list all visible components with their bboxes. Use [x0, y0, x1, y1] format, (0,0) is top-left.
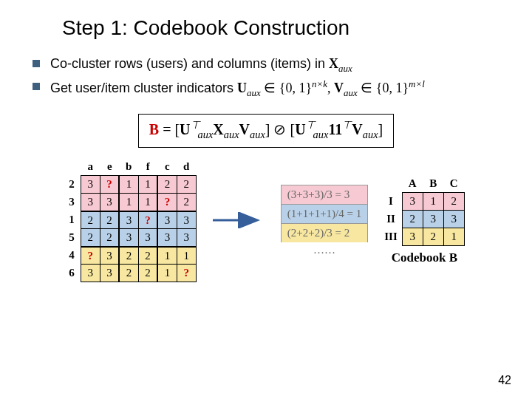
left-row-h: 5: [67, 229, 81, 247]
b2-ml: m×l: [409, 78, 425, 89]
left-cell: 2: [81, 211, 100, 229]
codebook-label: Codebook B: [384, 250, 465, 265]
left-row-h: 3: [67, 194, 81, 211]
b2-comma: ,: [327, 81, 334, 95]
bullet-2: Get user/item cluster indicators Uaux ∈ …: [33, 78, 513, 99]
right-cell: 2: [402, 211, 423, 228]
right-cell: 3: [443, 211, 464, 228]
left-cell: 3: [177, 211, 196, 229]
formula-U1aux: aux: [198, 129, 214, 140]
avg-row-3: (2+2+2)/3 = 2: [281, 223, 369, 242]
left-cell: 3: [100, 194, 119, 211]
arrow-right-icon: [213, 212, 265, 228]
left-cell: 2: [100, 229, 119, 247]
left-cell: ?: [157, 194, 177, 211]
left-col-h: a: [81, 158, 100, 176]
left-cell: ?: [81, 247, 100, 265]
right-cell: 3: [402, 193, 423, 211]
right-row-h: II: [384, 211, 402, 228]
left-cell: 1: [138, 194, 157, 211]
left-matrix: aebfcd23?112233311?21223?3352233334?3221…: [67, 158, 197, 283]
left-cell: 2: [138, 265, 157, 282]
left-cell: 3: [177, 229, 196, 247]
left-row-h: 6: [67, 265, 81, 282]
left-cell: 2: [177, 194, 196, 211]
square-bullet-icon: [33, 60, 40, 67]
left-cell: 2: [177, 176, 196, 194]
page-number: 42: [498, 374, 511, 387]
left-cell: 3: [138, 229, 157, 247]
right-cell: 3: [423, 211, 443, 228]
formula-V2aux: aux: [363, 129, 378, 140]
b2-U: U: [237, 81, 247, 95]
formula-B: B: [149, 121, 159, 137]
b2-pre: Get user/item cluster indicators: [50, 81, 237, 95]
right-cell: 2: [443, 193, 464, 211]
codebook-matrix: ABCI312II233III321: [384, 175, 465, 247]
formula-box: B = [U⊤auxXauxVaux] ⊘ [U⊤aux11⊤Vaux]: [138, 114, 394, 148]
avg-row-1: (3+3+3)/3 = 3: [281, 185, 369, 204]
left-cell: 3: [157, 211, 177, 229]
left-cell: 1: [138, 176, 157, 194]
formula-V1: V: [239, 121, 250, 137]
formula-mid: ] ⊘ [: [265, 121, 295, 137]
averaging-equations: (3+3+3)/3 = 3 (1+1+1+1)/4 = 1 (2+2+2)/3 …: [281, 185, 369, 256]
formula-U2: U: [295, 121, 305, 137]
formula-11sup: ⊤: [342, 119, 352, 131]
b2-in1: ∈ {0, 1}: [261, 81, 312, 95]
left-cell: 2: [157, 176, 177, 194]
left-cell: 3: [100, 247, 119, 265]
bullet-list: Co-cluster rows (users) and columns (ite…: [33, 55, 513, 99]
square-bullet-icon: [33, 83, 40, 90]
left-col-h: e: [100, 158, 119, 176]
b2-nk: n×k: [312, 78, 327, 89]
formula-U2aux: aux: [313, 129, 329, 140]
right-row-h: III: [384, 228, 402, 246]
formula-V2: V: [352, 121, 362, 137]
left-row-h: 2: [67, 176, 81, 194]
left-cell: 1: [157, 265, 177, 282]
right-cell: 3: [402, 228, 423, 246]
formula-close: ]: [378, 121, 383, 137]
left-cell: 1: [157, 247, 177, 265]
left-cell: 1: [119, 176, 138, 194]
b2-in2: ∈ {0, 1}: [358, 81, 409, 95]
formula-V1aux: aux: [250, 129, 265, 140]
formula-eq: = [: [159, 121, 180, 137]
b2-Uaux: aux: [247, 87, 261, 98]
b2-Vaux: aux: [344, 87, 358, 98]
left-cell: 2: [119, 265, 138, 282]
avg-row-2: (1+1+1+1)/4 = 1: [281, 204, 369, 223]
left-col-h: d: [177, 158, 196, 176]
left-cell: 3: [81, 176, 100, 194]
right-cell: 2: [423, 228, 443, 246]
right-cell: 1: [423, 193, 443, 211]
formula-11: 11: [328, 121, 342, 137]
right-col-h: B: [423, 175, 443, 193]
left-cell: 3: [119, 211, 138, 229]
left-cell: 3: [81, 194, 100, 211]
left-col-h: c: [157, 158, 177, 176]
right-col-h: A: [402, 175, 423, 193]
left-cell: 1: [177, 247, 196, 265]
b2-V: V: [334, 81, 344, 95]
formula-U1: U: [180, 121, 190, 137]
left-cell: ?: [100, 176, 119, 194]
left-cell: 3: [157, 229, 177, 247]
left-cell: 3: [81, 265, 100, 282]
left-cell: 3: [100, 265, 119, 282]
formula-X: X: [213, 121, 223, 137]
left-cell: 2: [100, 211, 119, 229]
slide-title: Step 1: Codebook Construction: [62, 16, 513, 40]
left-cell: 2: [81, 229, 100, 247]
right-col-h: C: [443, 175, 464, 193]
left-cell: 2: [138, 247, 157, 265]
bullet-1: Co-cluster rows (users) and columns (ite…: [33, 55, 513, 75]
b1-aux: aux: [338, 63, 352, 74]
b1-text: Co-cluster rows (users) and columns (ite…: [50, 56, 329, 71]
avg-dots: ……: [281, 242, 369, 256]
left-cell: 2: [119, 247, 138, 265]
right-cell: 1: [443, 228, 464, 246]
left-row-h: 1: [67, 211, 81, 229]
left-col-h: b: [119, 158, 138, 176]
